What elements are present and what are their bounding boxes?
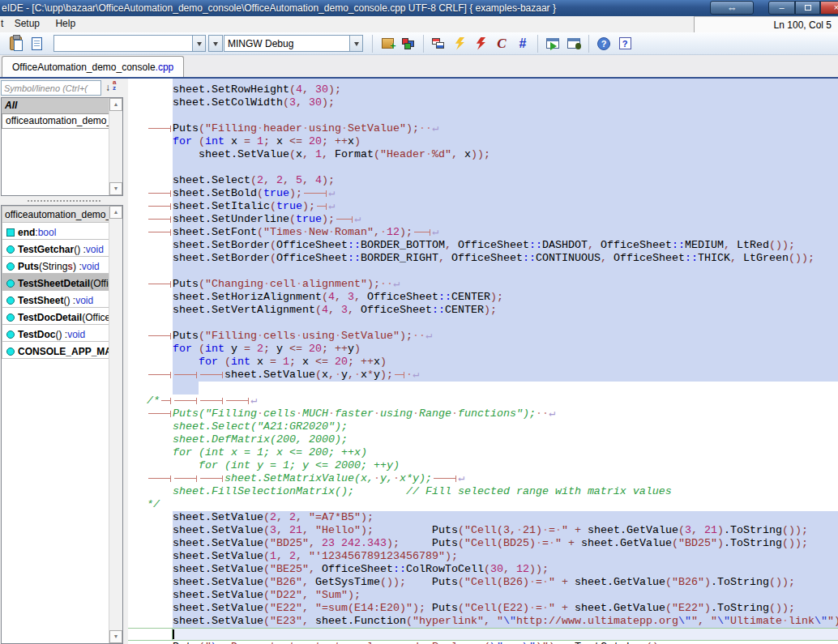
scroll-up-button[interactable]: ▲ <box>109 206 122 219</box>
title-bar: eIDE - [C:\upp\bazaar\OfficeAutomation_d… <box>0 0 838 16</box>
sidebar-splitter[interactable] <box>0 197 128 205</box>
code-line: sheet.SetMatrixValue(x,·y,·x*y); ↵ <box>128 472 838 485</box>
add-package-button[interactable] <box>378 34 397 53</box>
symbol-signature: (OfficeSheet& sheet) <box>90 278 109 289</box>
symbol-item-console_app_main[interactable]: CONSOLE_APP_MAIN <box>2 342 109 359</box>
help-topics-button[interactable]: ? <box>594 34 614 53</box>
symbol-item-testgetchar[interactable]: TestGetchar() : void <box>2 240 109 257</box>
swap-window-button[interactable]: ⇔ <box>710 1 754 15</box>
scroll-up-button[interactable]: ▲ <box>109 98 122 111</box>
assembly-combobox[interactable] <box>53 35 206 52</box>
package-add-icon <box>382 38 394 49</box>
package-organizer-button[interactable] <box>399 34 418 53</box>
code-line: sheet.SetVertAlignment(4, 3, OfficeSheet… <box>128 304 838 317</box>
code-line: for (int x = 1; x <= 20; ++x) <box>128 356 838 369</box>
symbol-item-testsheetdetail[interactable]: TestSheetDetail(OfficeSheet& sheet) <box>2 274 109 291</box>
code-line: for (int x = 1; x <= 20; ++x) <box>128 135 838 148</box>
tab-whitespace-marker <box>224 395 250 407</box>
scrollbar[interactable]: ▲ ▼ <box>109 98 122 195</box>
tab-whitespace-marker <box>147 226 173 239</box>
tab-whitespace-marker <box>315 200 328 213</box>
code-line: sheet.Select(2, 2, 5, 4); <box>128 174 838 187</box>
editor-tab-bar: OfficeAutomation_demo_console.cpp <box>0 55 838 77</box>
build-method-value: MINGW Debug <box>224 38 349 49</box>
build-button[interactable] <box>450 34 469 53</box>
symbol-search-input[interactable]: Symbol/lineno (Ctrl+( <box>1 80 101 96</box>
symbol-signature: void <box>75 295 93 306</box>
symbol-item-end[interactable]: end : bool <box>2 223 109 240</box>
cubes-icon <box>402 38 415 49</box>
code-line: Puts("Filling·cells·using·SetValue");··↵ <box>128 330 838 343</box>
code-line: */ <box>128 498 838 511</box>
function-icon <box>6 279 15 288</box>
minimize-button[interactable]: – <box>768 1 795 15</box>
code-line: sheet.SetValue("B26", GetSysTime()); Put… <box>128 576 838 589</box>
assembler-button[interactable]: # <box>513 34 532 53</box>
preprocess-button[interactable]: C <box>492 34 511 53</box>
symbol-signature: () : <box>55 329 67 340</box>
sort-az-icon: az <box>113 79 116 91</box>
symbol-signature: () : <box>63 295 75 306</box>
caret-position-status: Ln 100, Col 5 <box>694 16 838 32</box>
symbol-signature: (String <box>39 261 67 272</box>
rebuild-button[interactable] <box>471 34 490 53</box>
symbol-item-testsheet[interactable]: TestSheet() : void <box>2 291 109 308</box>
code-line: sheet.SetValue("E23", sheet.Function("hy… <box>128 615 838 628</box>
symbol-signature: ) : <box>73 261 82 272</box>
code-editor[interactable]: sheet.SetRowHeight(4, 30); sheet.SetColW… <box>128 79 838 644</box>
symbol-item-testdocdetail[interactable]: TestDocDetail(OfficeDoc& doc) <box>2 308 109 325</box>
scroll-down-button[interactable]: ▼ <box>109 182 122 195</box>
function-icon <box>6 313 15 322</box>
debug-button[interactable] <box>564 34 584 53</box>
tab-whitespace-marker <box>173 369 199 382</box>
code-line: sheet.SetValue("BE25", OfficeSheet::ColR… <box>128 563 838 576</box>
scope-item-all[interactable]: All <box>2 98 109 113</box>
text-cursor <box>173 629 174 639</box>
field-icon <box>6 228 15 237</box>
symbol-name: TestDocDetail <box>18 312 82 323</box>
function-icon <box>6 348 15 356</box>
symbol-list[interactable]: officeautomation_demo_console end : bool… <box>1 205 123 644</box>
tab-whitespace-marker <box>302 187 328 200</box>
menu-item-setup[interactable]: Setup <box>8 16 46 32</box>
menu-item-help[interactable]: Help <box>49 16 82 32</box>
context-help-button[interactable]: ? <box>615 34 635 53</box>
symbol-name: end <box>18 227 35 238</box>
tab-label-extension: .cpp <box>156 62 174 73</box>
paste-button[interactable] <box>6 34 25 53</box>
copy-file-button[interactable] <box>27 34 46 53</box>
build-method-combobox[interactable]: MINGW Debug <box>224 35 363 52</box>
symbol-signature: (OfficeDoc& doc) <box>82 312 109 323</box>
package-dropdown-button[interactable] <box>208 35 223 52</box>
close-button[interactable]: × <box>820 1 838 15</box>
function-icon <box>6 245 15 254</box>
scope-item-file[interactable]: officeautomation_demo_console <box>2 113 109 129</box>
toolbar-separator <box>372 35 373 53</box>
tab-whitespace-marker <box>147 122 173 135</box>
languages-button[interactable] <box>429 34 448 53</box>
help-box-icon: ? <box>619 37 631 49</box>
symbol-signature: void <box>67 329 85 340</box>
build-method-dropdown-button[interactable] <box>349 36 362 51</box>
current-line-tab-box <box>147 629 173 640</box>
tab-officeautomation-demo-console[interactable]: OfficeAutomation_demo_console.cpp <box>2 56 184 77</box>
code-line: Puts("Filling·cells·MUCH·faster·using·Ra… <box>128 407 838 420</box>
scroll-down-button[interactable]: ▼ <box>109 630 122 643</box>
tab-whitespace-marker <box>147 213 173 226</box>
code-line <box>128 317 838 330</box>
tab-whitespace-marker <box>147 278 173 291</box>
run-button[interactable] <box>543 34 562 53</box>
symbol-item-puts[interactable]: Puts(String s) : void <box>2 257 109 274</box>
scrollbar[interactable]: ▲ ▼ <box>109 206 122 643</box>
maximize-button[interactable] <box>795 1 820 15</box>
yellow-lightning-icon <box>455 37 465 50</box>
file-scope-list[interactable]: All officeautomation_demo_console ▲ ▼ <box>1 97 123 196</box>
assembly-dropdown-button[interactable] <box>192 36 205 51</box>
menu-item-partial[interactable]: t <box>0 16 5 32</box>
symbol-item-testdoc[interactable]: TestDoc() : void <box>2 325 109 342</box>
code-line: for (int y = 1; y <= 2000; ++y) <box>128 459 838 472</box>
symbol-list-header[interactable]: officeautomation_demo_console <box>2 206 109 223</box>
sort-button[interactable]: ↓ az <box>103 80 122 96</box>
symbol-signature: bool <box>38 227 57 238</box>
tab-whitespace-marker <box>335 213 354 226</box>
